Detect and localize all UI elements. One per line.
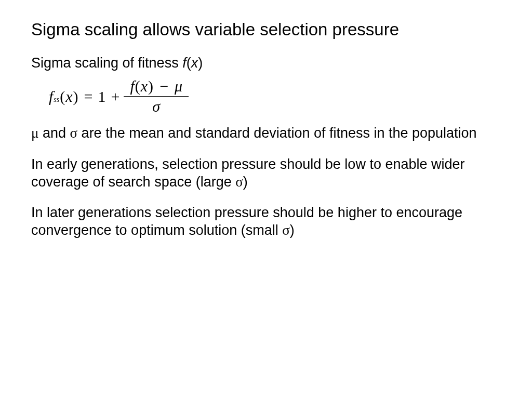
eq-num-open: ( bbox=[135, 77, 140, 95]
subtitle-open: ( bbox=[187, 55, 191, 71]
sigma-icon: σ bbox=[235, 174, 243, 190]
mu-icon: μ bbox=[175, 77, 182, 95]
p1-rest: are the mean and standard deviation of f… bbox=[77, 125, 477, 141]
eq-num-x: x bbox=[141, 77, 148, 95]
paragraph-later: In later generations selection pressure … bbox=[31, 204, 499, 240]
p3-text: In later generations selection pressure … bbox=[31, 205, 462, 238]
slide-title: Sigma scaling allows variable selection … bbox=[31, 20, 501, 39]
eq-plus: + bbox=[111, 88, 120, 105]
eq-lhs-close: ) bbox=[73, 88, 78, 105]
eq-equals: = bbox=[84, 88, 93, 105]
p2-text: In early generations, selection pressure… bbox=[31, 156, 465, 190]
p1-mid: and bbox=[38, 125, 70, 141]
eq-num-f: f bbox=[130, 77, 134, 95]
sigma-icon: σ bbox=[152, 98, 160, 115]
equation: fss(x) = 1 + f(x) − μ σ bbox=[49, 77, 501, 115]
subtitle-close: ) bbox=[198, 55, 203, 71]
eq-lhs-sub: ss bbox=[54, 96, 59, 104]
subtitle: Sigma scaling of fitness f(x) bbox=[31, 55, 501, 71]
eq-one: 1 bbox=[98, 88, 106, 105]
sigma-icon: σ bbox=[282, 222, 290, 238]
paragraph-definitions: μ and σ are the mean and standard deviat… bbox=[31, 125, 499, 142]
p3-close: ) bbox=[290, 222, 295, 238]
p2-close: ) bbox=[243, 174, 248, 190]
subtitle-func: f bbox=[182, 55, 187, 71]
eq-lhs-open: ( bbox=[60, 88, 65, 105]
paragraph-early: In early generations, selection pressure… bbox=[31, 156, 499, 191]
sigma-icon: σ bbox=[70, 125, 78, 141]
eq-num-minus: − bbox=[160, 77, 169, 95]
slide: Sigma scaling allows variable selection … bbox=[0, 0, 532, 240]
subtitle-arg: x bbox=[191, 55, 198, 71]
eq-num-close: ) bbox=[148, 77, 153, 95]
mu-icon: μ bbox=[31, 125, 38, 141]
eq-fraction: f(x) − μ σ bbox=[127, 77, 185, 115]
subtitle-lead: Sigma scaling of fitness bbox=[31, 55, 182, 71]
eq-lhs-x: x bbox=[65, 88, 72, 105]
eq-lhs-f: f bbox=[49, 88, 53, 105]
